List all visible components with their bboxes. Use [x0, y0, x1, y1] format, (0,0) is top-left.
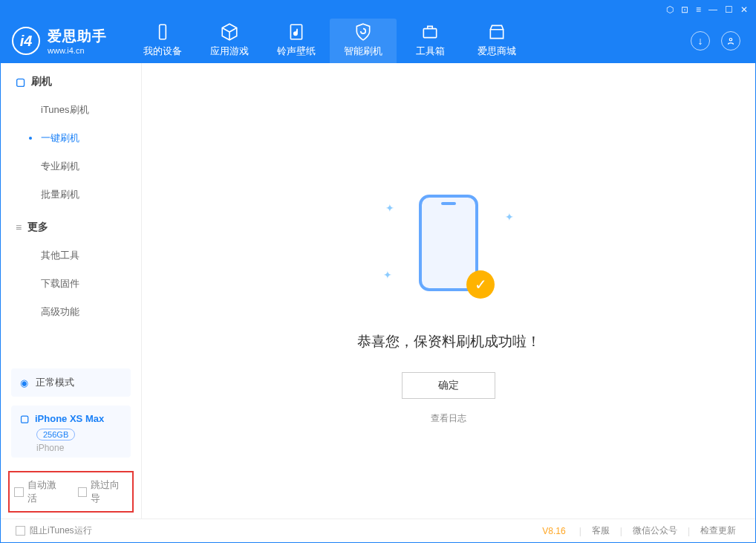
checkbox-label: 自动激活	[27, 478, 65, 505]
device-type: iPhone	[36, 443, 122, 453]
footer: 阻止iTunes运行 V8.16 | 客服 | 微信公众号 | 检查更新	[1, 518, 755, 542]
nav-apps-games[interactable]: 应用游戏	[196, 19, 263, 64]
user-icon[interactable]	[721, 31, 740, 51]
list-icon: ≡	[16, 221, 22, 233]
nav-ringtones-wallpapers[interactable]: 铃声壁纸	[263, 19, 330, 64]
nav-toolbox[interactable]: 工具箱	[397, 19, 463, 64]
titlebar: ⬡ ⊡ ≡ — ☐ ✕	[1, 1, 755, 19]
music-file-icon	[287, 22, 306, 42]
version-label: V8.16	[542, 526, 565, 536]
view-log-link[interactable]: 查看日志	[431, 412, 466, 425]
feedback-icon[interactable]: ⊡	[681, 4, 688, 15]
tshirt-icon[interactable]: ⬡	[666, 4, 674, 15]
nav-label: 应用游戏	[210, 45, 249, 56]
svg-rect-2	[423, 28, 436, 37]
maximize-icon[interactable]: ☐	[725, 4, 733, 15]
wechat-link[interactable]: 微信公众号	[628, 524, 682, 537]
checkbox-label: 阻止iTunes运行	[30, 524, 92, 537]
sidebar-section-more: ≡ 更多	[1, 209, 141, 241]
sidebar-item-batch-flash[interactable]: 批量刷机	[1, 181, 141, 209]
separator: |	[579, 526, 581, 536]
checkbox-label: 跳过向导	[91, 478, 128, 505]
nav-smart-flash[interactable]: 智能刷机	[330, 19, 397, 64]
close-icon[interactable]: ✕	[740, 4, 748, 15]
shop-icon	[487, 22, 506, 42]
phone-icon: ▢	[16, 76, 25, 88]
nav: 我的设备 应用游戏 铃声壁纸 智能刷机 工具箱 爱思商城	[129, 19, 530, 64]
section-title: 刷机	[31, 75, 52, 88]
mode-icon: ◉	[20, 377, 28, 388]
minimize-icon[interactable]: —	[708, 4, 717, 15]
device-storage-badge: 256GB	[36, 429, 75, 440]
checkbox-icon	[16, 526, 25, 536]
sidebar-item-pro-flash[interactable]: 专业刷机	[1, 152, 141, 181]
success-message: 恭喜您，保资料刷机成功啦！	[357, 332, 541, 351]
checkbox-icon	[78, 487, 88, 497]
separator: |	[620, 526, 622, 536]
sparkle-icon: ✦	[383, 269, 392, 281]
nav-label: 智能刷机	[344, 45, 382, 56]
sidebar-item-download-firmware[interactable]: 下载固件	[1, 270, 141, 298]
toolbox-icon	[420, 22, 440, 42]
device-card[interactable]: ▢ iPhone XS Max 256GB iPhone	[11, 406, 131, 458]
logo: i4 爱思助手 www.i4.cn	[12, 27, 107, 55]
customer-service-link[interactable]: 客服	[587, 524, 614, 537]
auto-activate-checkbox[interactable]: 自动激活	[14, 478, 65, 505]
success-graphic: ✦ ✦ ✦ ✓	[389, 195, 508, 313]
svg-rect-0	[160, 25, 166, 39]
block-itunes-checkbox[interactable]: 阻止iTunes运行	[16, 524, 92, 537]
mode-label: 正常模式	[36, 376, 74, 389]
sidebar: ▢ 刷机 iTunes刷机 一键刷机 专业刷机 批量刷机 ≡ 更多 其他工具 下…	[1, 63, 142, 518]
nav-store[interactable]: 爱思商城	[463, 19, 530, 64]
shield-refresh-icon	[353, 22, 373, 42]
sidebar-item-oneclick-flash[interactable]: 一键刷机	[1, 124, 141, 152]
separator: |	[688, 526, 690, 536]
header: i4 爱思助手 www.i4.cn 我的设备 应用游戏 铃声壁纸 智能刷机	[1, 19, 755, 63]
sparkle-icon: ✦	[385, 202, 394, 214]
nav-label: 爱思商城	[478, 45, 516, 56]
mode-card[interactable]: ◉ 正常模式	[11, 368, 131, 397]
nav-label: 铃声壁纸	[277, 45, 316, 56]
svg-point-3	[729, 39, 732, 42]
nav-my-device[interactable]: 我的设备	[129, 19, 196, 64]
ok-button[interactable]: 确定	[402, 372, 495, 399]
sidebar-section-flash: ▢ 刷机	[1, 63, 141, 96]
menu-icon[interactable]: ≡	[696, 4, 701, 15]
brand-url: www.i4.cn	[48, 46, 107, 55]
device-icon	[153, 22, 172, 42]
main-content: ✦ ✦ ✦ ✓ 恭喜您，保资料刷机成功啦！ 确定 查看日志	[142, 63, 755, 518]
check-update-link[interactable]: 检查更新	[696, 524, 740, 537]
logo-icon: i4	[12, 27, 40, 55]
checkbox-icon	[14, 487, 24, 497]
device-name: iPhone XS Max	[35, 413, 104, 424]
nav-label: 我的设备	[143, 45, 182, 56]
download-icon[interactable]: ↓	[691, 31, 710, 51]
sidebar-item-advanced[interactable]: 高级功能	[1, 298, 141, 326]
highlighted-options: 自动激活 跳过向导	[8, 471, 134, 513]
cube-icon	[220, 22, 239, 42]
brand-name: 爱思助手	[48, 27, 107, 46]
skip-guide-checkbox[interactable]: 跳过向导	[78, 478, 128, 505]
sidebar-item-other-tools[interactable]: 其他工具	[1, 241, 141, 270]
nav-label: 工具箱	[416, 45, 445, 56]
device-phone-icon: ▢	[20, 413, 29, 424]
sparkle-icon: ✦	[505, 211, 514, 223]
section-title: 更多	[27, 221, 48, 234]
sidebar-item-itunes-flash[interactable]: iTunes刷机	[1, 96, 141, 124]
check-icon: ✓	[466, 270, 495, 299]
